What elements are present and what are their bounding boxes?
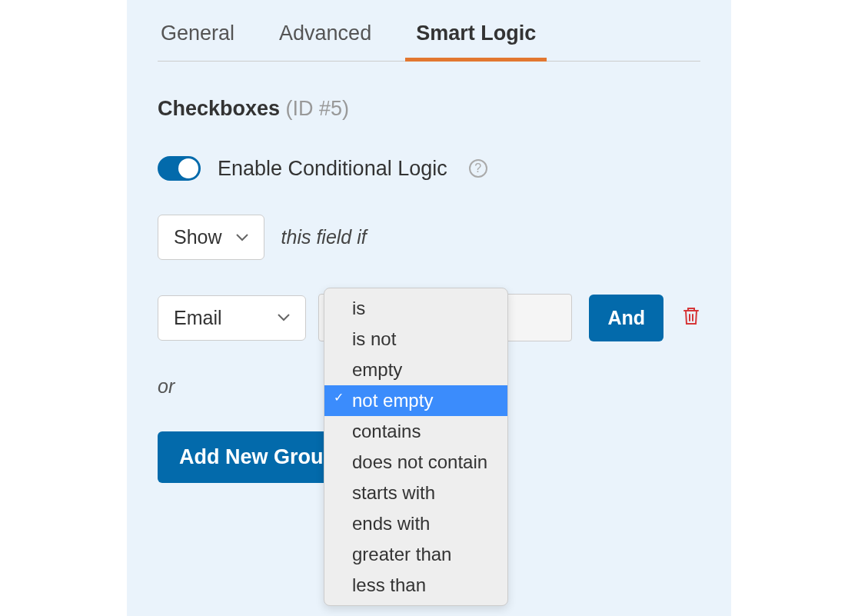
operator-option[interactable]: less than — [324, 570, 507, 601]
action-hint: this field if — [281, 226, 367, 248]
field-select-value: Email — [174, 307, 222, 329]
tabs-bar: General Advanced Smart Logic — [158, 0, 700, 62]
action-select-value: Show — [174, 226, 222, 248]
operator-option[interactable]: is — [324, 293, 507, 324]
operator-option[interactable]: contains — [324, 416, 507, 447]
field-select[interactable]: Email — [158, 295, 306, 341]
tab-general[interactable]: General — [158, 12, 238, 61]
conditional-logic-label: Enable Conditional Logic — [218, 157, 447, 181]
operator-option[interactable]: does not contain — [324, 447, 507, 478]
operator-option[interactable]: not empty — [324, 385, 507, 416]
condition-row: Email And isis notemptynot emptycontains… — [158, 294, 700, 341]
chevron-down-icon — [278, 314, 290, 321]
operator-option[interactable]: empty — [324, 355, 507, 385]
operator-option[interactable]: starts with — [324, 478, 507, 508]
enable-conditional-row: Enable Conditional Logic ? — [158, 156, 700, 181]
operator-option[interactable]: is not — [324, 324, 507, 355]
field-id: (ID #5) — [286, 97, 350, 120]
field-label: Checkboxes — [158, 97, 280, 120]
trash-icon — [682, 306, 700, 326]
action-select[interactable]: Show — [158, 215, 264, 260]
operator-option[interactable]: ends with — [324, 508, 507, 539]
smart-logic-panel: General Advanced Smart Logic Checkboxes … — [127, 0, 731, 616]
tab-advanced[interactable]: Advanced — [276, 12, 374, 61]
conditional-logic-toggle[interactable] — [158, 156, 201, 181]
tab-smart-logic[interactable]: Smart Logic — [413, 12, 539, 61]
and-button[interactable]: And — [589, 295, 663, 341]
field-title: Checkboxes (ID #5) — [158, 97, 700, 121]
action-row: Show this field if — [158, 215, 700, 260]
delete-rule-button[interactable] — [676, 306, 700, 329]
help-icon[interactable]: ? — [469, 159, 487, 178]
operator-option[interactable]: greater than — [324, 539, 507, 570]
toggle-knob — [178, 158, 198, 178]
chevron-down-icon — [236, 234, 248, 241]
operator-dropdown[interactable]: isis notemptynot emptycontainsdoes not c… — [324, 288, 508, 606]
